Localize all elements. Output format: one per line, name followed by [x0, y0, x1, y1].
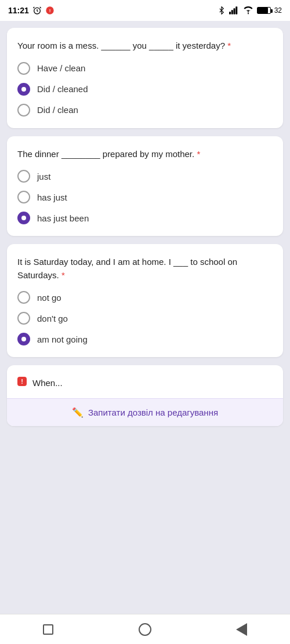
partial-question-text: When... — [32, 377, 63, 390]
question-text-1: Your room is a mess. ______ you _____ it… — [17, 39, 273, 53]
radio-q2o2[interactable] — [17, 191, 30, 203]
svg-rect-4 — [231, 10, 233, 14]
circle-nav-icon — [139, 623, 151, 636]
required-star-2: * — [197, 149, 200, 159]
last-card-row: ! When... — [17, 377, 273, 390]
question-text-2: The dinner ________ prepared by my mothe… — [17, 148, 273, 161]
option-label-q3o2: don't go — [37, 314, 68, 323]
status-left: 11:21 ! — [8, 6, 55, 15]
battery-icon — [257, 7, 271, 14]
wifi-icon — [243, 6, 253, 14]
option-q2o3[interactable]: has just been — [17, 212, 273, 224]
option-q3o2[interactable]: don't go — [17, 312, 273, 325]
radio-inner-q1o2 — [21, 87, 26, 92]
pencil-icon: ✏️ — [72, 407, 84, 418]
nav-bar — [0, 614, 290, 644]
options-list-2: just has just has just been — [17, 170, 273, 224]
square-nav-icon — [43, 624, 53, 635]
options-list-3: not go don't go am not going — [17, 291, 273, 345]
radio-q2o3[interactable] — [17, 212, 30, 224]
status-bar: 11:21 ! 32 — [0, 0, 290, 21]
bluetooth-icon — [217, 6, 226, 14]
radio-q1o1[interactable] — [17, 62, 30, 75]
edit-banner-text: Запитати дозвіл на редагування — [88, 407, 218, 417]
alert-dot: ! — [17, 377, 27, 386]
battery-level: 32 — [274, 6, 282, 14]
svg-point-7 — [248, 13, 249, 14]
radio-q3o2[interactable] — [17, 312, 30, 325]
svg-rect-5 — [233, 8, 235, 14]
option-q3o3[interactable]: am not going — [17, 333, 273, 345]
option-q3o1[interactable]: not go — [17, 291, 273, 304]
option-q1o1[interactable]: Have / clean — [17, 62, 273, 75]
radio-q1o2[interactable] — [17, 83, 30, 96]
radio-q1o3[interactable] — [17, 104, 30, 117]
back-nav-icon — [236, 623, 247, 636]
radio-q3o1[interactable] — [17, 291, 30, 304]
option-label-q3o1: not go — [37, 293, 61, 303]
notification-icon: ! — [45, 6, 55, 15]
main-content: Your room is a mess. ______ you _____ it… — [0, 21, 290, 433]
radio-q2o1[interactable] — [17, 170, 30, 183]
option-label-q1o1: Have / clean — [37, 63, 85, 73]
option-q2o2[interactable]: has just — [17, 191, 273, 203]
radio-inner-q3o3 — [21, 337, 26, 341]
signal-icon — [229, 6, 240, 14]
option-label-q2o1: just — [37, 172, 50, 181]
option-label-q1o2: Did / cleaned — [37, 84, 88, 94]
option-label-q2o3: has just been — [37, 213, 89, 223]
svg-rect-3 — [229, 12, 231, 14]
edit-banner[interactable]: ✏️ Запитати дозвіл на редагування — [7, 398, 283, 426]
question-card-2: The dinner ________ prepared by my mothe… — [7, 136, 283, 237]
question-card-1: Your room is a mess. ______ you _____ it… — [7, 28, 283, 128]
radio-inner-q2o3 — [21, 216, 26, 220]
square-nav-button[interactable] — [39, 621, 57, 638]
required-star-1: * — [227, 41, 231, 50]
status-right: 32 — [217, 6, 282, 14]
option-q1o3[interactable]: Did / clean — [17, 104, 273, 117]
question-card-partial: ! When... ✏️ Запитати дозвіл на редагува… — [7, 365, 283, 426]
option-label-q3o3: am not going — [37, 334, 88, 344]
option-q1o2[interactable]: Did / cleaned — [17, 83, 273, 96]
svg-text:!: ! — [49, 8, 50, 13]
required-star-3: * — [61, 270, 65, 280]
option-label-q2o2: has just — [37, 192, 67, 202]
partial-content: ! When... — [7, 365, 283, 398]
question-card-3: It is Saturday today, and I am at home. … — [7, 244, 283, 357]
circle-nav-button[interactable] — [136, 621, 154, 638]
option-label-q1o3: Did / clean — [37, 105, 78, 115]
back-nav-button[interactable] — [233, 621, 251, 638]
time-display: 11:21 — [8, 6, 29, 15]
svg-rect-6 — [235, 6, 237, 14]
option-q2o1[interactable]: just — [17, 170, 273, 183]
options-list-1: Have / clean Did / cleaned Did / clean — [17, 62, 273, 117]
question-text-3: It is Saturday today, and I am at home. … — [17, 256, 273, 282]
alarm-icon — [32, 6, 42, 15]
radio-q3o3[interactable] — [17, 333, 30, 345]
